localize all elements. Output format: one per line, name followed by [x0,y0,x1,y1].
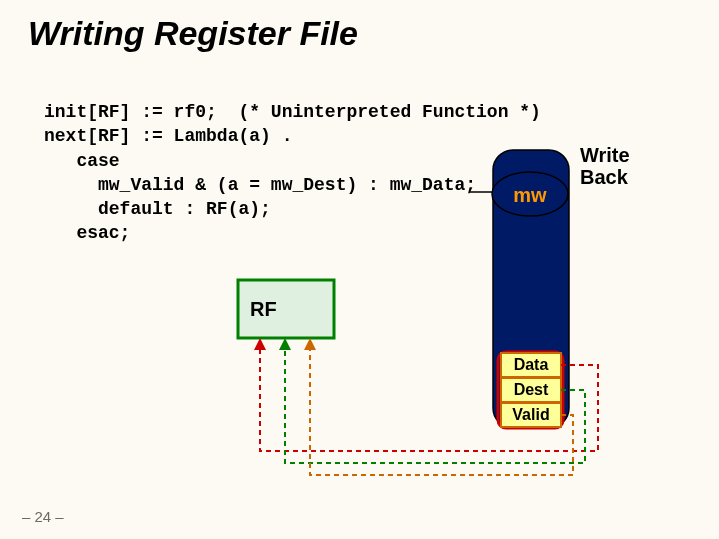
data-arrowhead [254,338,266,350]
valid-label: Valid [512,406,549,423]
dest-label: Dest [514,381,549,398]
data-label: Data [514,356,549,373]
rf-label: RF [250,298,277,320]
writeback-label-2: Back [580,166,629,188]
stage-mw-label: mw [513,184,547,206]
dest-arrowhead [279,338,291,350]
page-number: – 24 – [22,508,64,525]
valid-arrowhead [304,338,316,350]
writeback-label-1: Write [580,144,630,166]
diagram-svg: Write Back mw RF Data Dest Valid [0,0,719,539]
